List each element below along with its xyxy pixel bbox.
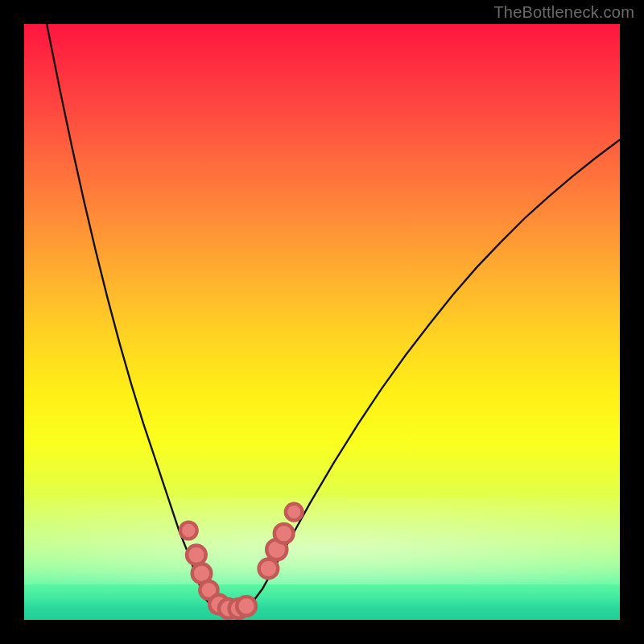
plot-area (24, 24, 620, 620)
chart-frame: TheBottleneck.com (0, 0, 644, 644)
bottleneck-curve (47, 24, 620, 611)
curve-bead (237, 597, 256, 616)
curve-bead (286, 504, 303, 521)
curve-layer (24, 24, 620, 620)
curve-bead (275, 524, 294, 543)
curve-bead (180, 522, 197, 539)
curve-bead (259, 559, 279, 579)
curve-bead (187, 546, 206, 565)
watermark-text: TheBottleneck.com (493, 3, 634, 22)
